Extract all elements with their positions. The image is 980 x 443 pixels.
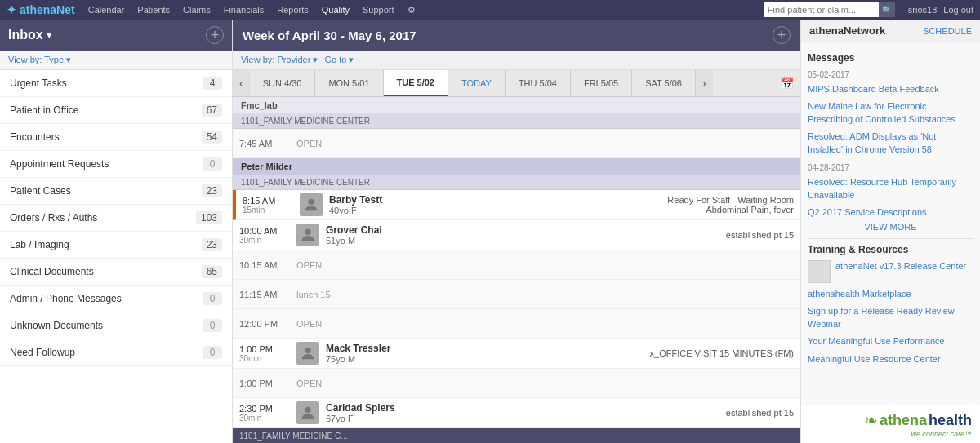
sidebar-item-label: Unknown Documents — [10, 320, 103, 331]
sidebar-item-patient-cases[interactable]: Patient Cases23 — [0, 178, 232, 205]
calendar-main: Week of April 30 - May 6, 2017 + View by… — [233, 20, 800, 443]
view-by-link[interactable]: View by: Type ▾ — [8, 55, 71, 65]
appt-row-grover[interactable]: 10:00 AM30min Grover Chai 51yo M establi… — [233, 220, 800, 250]
sidebar-item-unknown-documents[interactable]: Unknown Documents0 — [0, 312, 232, 339]
sidebar-item-clinical-documents[interactable]: Clinical Documents65 — [0, 259, 232, 286]
sidebar-item-count: 4 — [203, 77, 222, 90]
sidebar-item-label: Need Followup — [10, 347, 75, 358]
slot-time: 7:45 AM — [239, 139, 296, 148]
message-date-2: 04-28-2017 — [808, 163, 973, 172]
patient-avatar — [296, 224, 319, 246]
sidebar-item-orders--rxs--auths[interactable]: Orders / Rxs / Auths103 — [0, 205, 232, 232]
message-link-q2[interactable]: Q2 2017 Service Descriptions — [808, 206, 973, 219]
resource-link-marketplace[interactable]: athenahealth Marketplace — [808, 288, 973, 300]
prev-day-button[interactable]: ‹ — [233, 70, 250, 96]
message-link-mips[interactable]: MIPS Dashboard Beta Feedback — [808, 82, 973, 96]
logout-link[interactable]: Log out — [943, 5, 973, 15]
sidebar-item-lab--imaging[interactable]: Lab / Imaging23 — [0, 232, 232, 259]
sidebar-item-need-followup[interactable]: Need Followup0 — [0, 339, 232, 366]
sidebar-item-count: 103 — [196, 211, 222, 224]
leaf-icon: ❧ — [864, 410, 878, 430]
nav-reports[interactable]: Reports — [277, 5, 309, 15]
search-button[interactable]: 🔍 — [879, 2, 895, 17]
slot-100pm-open[interactable]: 1:00 PM OPEN — [233, 369, 800, 398]
logo-text: athenaNet — [20, 3, 75, 16]
appt-status: Ready For Staff Waiting Room Abdominal P… — [667, 195, 794, 215]
sidebar-item-label: Encounters — [10, 131, 60, 143]
day-tabs: ‹ SUN 4/30 MON 5/01 TUE 5/02 TODAY THU 5… — [233, 70, 800, 97]
tab-today[interactable]: TODAY — [448, 70, 506, 96]
sidebar-item-count: 0 — [203, 157, 222, 171]
calendar-icon-button[interactable]: 📅 — [773, 70, 800, 96]
nav-quality[interactable]: Quality — [322, 5, 350, 15]
sidebar-item-appointment-requests[interactable]: Appointment Requests0 — [0, 151, 232, 178]
appt-time: 1:00 PM30min — [239, 344, 296, 363]
slot-time: 11:15 AM — [239, 290, 296, 299]
inbox-label: Inbox — [8, 28, 43, 42]
nav-financials[interactable]: Financials — [224, 5, 265, 15]
sidebar-item-count: 67 — [202, 104, 222, 117]
tab-thu504[interactable]: THU 5/04 — [506, 70, 571, 96]
tab-sat506[interactable]: SAT 5/06 — [632, 70, 696, 96]
nav-settings-icon[interactable]: ⚙ — [408, 5, 416, 16]
view-by-control[interactable]: View by: Type ▾ — [0, 51, 232, 70]
appt-duration: 30min — [239, 414, 296, 423]
calendar-add-button[interactable]: + — [773, 26, 791, 44]
slot-1015am-open[interactable]: 10:15 AM OPEN — [233, 250, 800, 280]
sidebar-item-encounters[interactable]: Encounters54 — [0, 124, 232, 151]
nav-claims[interactable]: Claims — [183, 5, 211, 15]
inbox-dropdown-icon[interactable]: ▾ — [47, 29, 51, 41]
slot-1200pm-open[interactable]: 12:00 PM OPEN — [233, 309, 800, 339]
sidebar-item-label: Admin / Phone Messages — [10, 293, 122, 304]
sidebar-item-urgent-tasks[interactable]: Urgent Tasks4 — [0, 70, 232, 97]
resource-link-webinar[interactable]: Sign up for a Release Ready Review Webin… — [808, 305, 973, 330]
message-link-adm[interactable]: Resolved: ADM Displays as 'Not Installed… — [808, 130, 973, 157]
message-link-maine[interactable]: New Maine Law for Electronic Prescribing… — [808, 100, 973, 126]
schedule-body: Fmc_lab 1101_FAMILY MEDICINE CENTER 7:45… — [233, 97, 800, 443]
status-bar: 1101_FAMILY MEDICINE C... — [233, 428, 800, 443]
sidebar-item-patient-in-office[interactable]: Patient in Office67 — [0, 97, 232, 124]
tab-fri505[interactable]: FRI 5/05 — [571, 70, 632, 96]
slot-745am-open[interactable]: 7:45 AM OPEN — [233, 129, 800, 158]
resource-link-release[interactable]: athenaNet v17.3 Release Center — [835, 260, 966, 272]
open-label: OPEN — [296, 379, 322, 388]
search-input[interactable] — [764, 2, 879, 17]
provider-header-peter: Peter Milder — [233, 158, 800, 175]
tab-sun430[interactable]: SUN 4/30 — [250, 70, 316, 96]
message-link-resource-hub[interactable]: Resolved: Resource Hub Temporarily Unava… — [808, 175, 973, 202]
divider — [808, 238, 973, 239]
patient-name: Grover Chai — [326, 224, 726, 236]
resource-link-meaningful-resource[interactable]: Meaningful Use Resource Center — [808, 353, 973, 365]
tab-mon501[interactable]: MON 5/01 — [315, 70, 383, 96]
schedule-link[interactable]: SCHEDULE — [923, 26, 972, 36]
right-panel-content: Messages 05-02-2017 MIPS Dashboard Beta … — [801, 42, 980, 405]
appt-row-mack[interactable]: 1:00 PM30min Mack Tressler 75yo M x_OFFI… — [233, 339, 800, 369]
tab-tue502[interactable]: TUE 5/02 — [384, 70, 448, 96]
appt-duration: 30min — [239, 354, 296, 363]
view-by-provider[interactable]: View by: Provider ▾ — [241, 55, 318, 65]
inbox-add-button[interactable]: + — [206, 26, 224, 44]
appt-row-barby[interactable]: 8:15 AM15min Barby Testt 40yo F Ready Fo… — [233, 190, 800, 220]
sidebar-item-admin--phone-messages[interactable]: Admin / Phone Messages0 — [0, 286, 232, 312]
svg-point-3 — [305, 407, 310, 413]
user-info: srios18 Log out — [908, 5, 973, 15]
resource-link-meaningful-use[interactable]: Your Meaningful Use Performance — [808, 335, 973, 348]
sidebar-item-label: Urgent Tasks — [10, 78, 67, 89]
lab-sub-header: 1101_FAMILY MEDICINE CENTER — [233, 114, 800, 129]
appt-time: 8:15 AM15min — [243, 196, 300, 215]
goto-control[interactable]: Go to ▾ — [324, 55, 354, 65]
training-section-title: Training & Resources — [808, 244, 973, 255]
next-day-button[interactable]: › — [696, 70, 713, 96]
sidebar: Inbox ▾ + View by: Type ▾ Urgent Tasks4P… — [0, 20, 233, 443]
sidebar-item-count: 23 — [202, 238, 222, 251]
calendar-controls: View by: Provider ▾ Go to ▾ — [233, 51, 800, 70]
view-more-button[interactable]: VIEW MORE — [808, 222, 973, 232]
patient-info: 75yo M — [326, 354, 650, 364]
appt-row-caridad[interactable]: 2:30 PM30min Caridad Spiers 67yo F estab… — [233, 398, 800, 428]
nav-patients[interactable]: Patients — [137, 5, 170, 15]
slot-time: 1:00 PM — [239, 379, 296, 388]
slot-1115am-lunch[interactable]: 11:15 AM lunch 15 — [233, 280, 800, 309]
nav-support[interactable]: Support — [363, 5, 394, 15]
username: srios18 — [908, 5, 937, 15]
nav-calendar[interactable]: Calendar — [88, 5, 125, 15]
